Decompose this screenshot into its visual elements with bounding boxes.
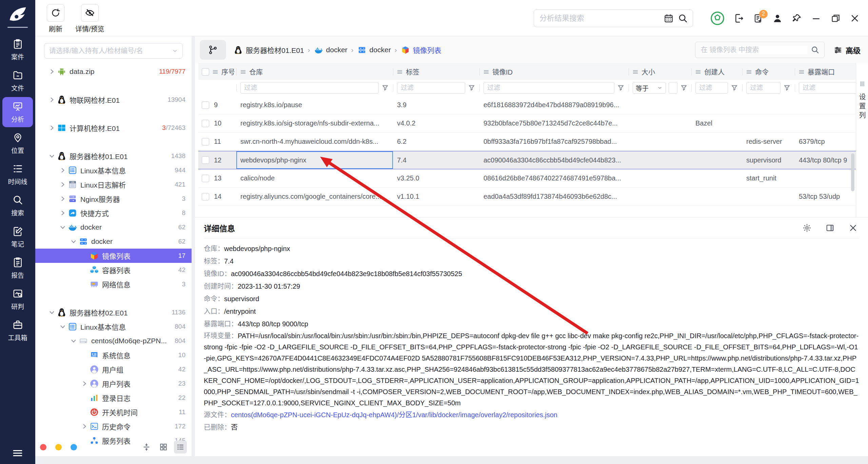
collapse-all-button[interactable] — [140, 441, 153, 453]
sidebar-item-分析[interactable]: 分析 — [2, 97, 33, 127]
sidebar-item-研判[interactable]: 研判 — [2, 284, 33, 314]
filter-input-repo[interactable] — [240, 82, 379, 94]
tree-item-centos(dMo6qe-pZPN...[interactable]: centos(dMo6qe-pZPN...804 — [35, 334, 192, 348]
column-header-creator[interactable]: 创建人 — [691, 64, 742, 80]
global-search-input[interactable] — [539, 14, 659, 23]
cell-repo[interactable]: registry.aliyuncs.com/google_containers/… — [236, 188, 393, 206]
column-header-command[interactable]: 命令 — [742, 64, 795, 80]
sidebar-item-案件[interactable]: 案件 — [2, 35, 33, 65]
tree-item-服务器检材02.E01[interactable]: 服务器检材02.E011136 — [35, 305, 192, 320]
hamburger-menu-icon[interactable] — [12, 447, 24, 459]
filter-input-image_id[interactable] — [484, 82, 614, 94]
minimize-icon[interactable] — [811, 13, 821, 23]
branch-view-button[interactable] — [200, 40, 226, 60]
tree-item-计算机检材.E01[interactable]: 计算机检材.E013/72463 — [35, 121, 192, 135]
select-all-checkbox[interactable] — [202, 68, 209, 76]
breadcrumb-item-docker[interactable]: docker — [314, 45, 348, 55]
tree-item-Nginx服务器[interactable]: Nginx服务器3 — [35, 192, 192, 206]
cell-repo[interactable]: registry.k8s.io/pause — [236, 96, 393, 114]
tree-item-Linux基本信息[interactable]: Linux基本信息944 — [35, 163, 192, 177]
list-view-button[interactable] — [174, 441, 187, 453]
tree-item-网络信息[interactable]: 网络信息3 — [35, 277, 192, 291]
panel-toggle-icon[interactable] — [825, 223, 835, 233]
row-checkbox[interactable] — [202, 120, 209, 127]
sidebar-item-报告[interactable]: 报告 — [2, 253, 33, 283]
detail-preview-button[interactable] — [81, 4, 99, 22]
column-settings-tab[interactable]: 设置列 — [856, 63, 868, 217]
blue-dot-filter[interactable] — [71, 444, 77, 450]
column-header-image_id[interactable]: 镜像ID — [479, 64, 629, 80]
table-row-12[interactable]: 12webdevops/php-nginx7.4ac090046a3304c86… — [198, 151, 856, 169]
table-row-11[interactable]: 11swr.cn-north-4.myhuaweicloud.com/ddn-k… — [198, 133, 856, 151]
table-row-14[interactable]: 14registry.aliyuncs.com/google_container… — [198, 188, 856, 206]
tree-item-历史命令[interactable]: 历史命令172 — [35, 419, 192, 433]
red-dot-filter[interactable] — [40, 444, 46, 450]
column-header-ports[interactable]: 暴露端口 — [795, 64, 856, 80]
breadcrumb-item-docker[interactable]: docker — [357, 45, 391, 55]
tree-item-登录日志[interactable]: 登录日志22 — [35, 391, 192, 405]
filter-input-command[interactable] — [746, 82, 781, 94]
calendar-icon[interactable] — [664, 13, 674, 23]
tree-item-开关机时间[interactable]: 开关机时间11 — [35, 405, 192, 419]
tree-item-data.zip[interactable]: data.zip119/7977 — [35, 64, 192, 79]
sidebar-item-搜索[interactable]: 搜索 — [2, 191, 33, 221]
size-operator-select[interactable]: 等于 — [633, 82, 666, 94]
tree-item-docker[interactable]: docker62 — [35, 220, 192, 234]
row-checkbox[interactable] — [202, 156, 209, 164]
size-filter-input[interactable] — [669, 82, 677, 94]
refresh-button[interactable] — [47, 4, 64, 22]
export-icon[interactable] — [734, 13, 744, 23]
chevron-down-icon[interactable] — [172, 47, 178, 54]
column-header-tag[interactable]: 标签 — [393, 64, 479, 80]
security-status-icon[interactable] — [710, 11, 725, 25]
column-header-repo[interactable]: 仓库 — [236, 64, 393, 80]
cell-repo[interactable]: swr.cn-north-4.myhuaweicloud.com/ddn-k8s… — [236, 133, 393, 151]
cell-repo[interactable]: calico/node — [236, 169, 393, 187]
sidebar-item-文件[interactable]: 文件 — [2, 66, 33, 96]
row-checkbox[interactable] — [202, 101, 209, 109]
funnel-icon[interactable] — [680, 84, 688, 92]
tree-item-物联网检材.E01[interactable]: 物联网检材.E0113904 — [35, 93, 192, 107]
tree-filter-input[interactable] — [48, 47, 170, 55]
grid-view-button[interactable] — [157, 441, 170, 453]
advanced-search-button[interactable]: 高级 — [833, 44, 861, 55]
restore-window-icon[interactable] — [830, 13, 841, 23]
sidebar-item-时间线[interactable]: 时间线 — [2, 159, 33, 190]
tree-item-Linux日志解析[interactable]: LOGLinux日志解析421 — [35, 177, 192, 192]
tree-item-系统信息[interactable]: 系统信息10 — [35, 348, 192, 362]
row-checkbox[interactable] — [202, 175, 209, 182]
pin-icon[interactable] — [792, 13, 802, 23]
close-icon[interactable] — [850, 13, 860, 23]
funnel-icon[interactable] — [731, 84, 738, 92]
tree-item-用户组[interactable]: 用户组42 — [35, 362, 192, 376]
source-file-link[interactable]: centos(dMo6qe-pZPN-ucei-iGCN-EpUz-dqJq-e… — [231, 411, 557, 419]
sidebar-item-笔记[interactable]: 笔记 — [2, 222, 33, 252]
tree-item-用户列表[interactable]: 用户列表23 — [35, 376, 192, 391]
cell-repo[interactable]: registry.k8s.io/sig-storage/nfs-subdir-e… — [236, 114, 393, 132]
drag-grip-icon[interactable] — [858, 80, 866, 88]
tree-item-服务器检材01.E01[interactable]: 服务器检材01.E011438 — [35, 149, 192, 163]
table-row-10[interactable]: 10registry.k8s.io/sig-storage/nfs-subdir… — [198, 114, 856, 133]
tree-item-镜像列表[interactable]: 镜像列表17 — [35, 249, 192, 263]
sidebar-item-工具箱[interactable]: 工具箱 — [2, 315, 33, 346]
funnel-icon[interactable] — [381, 84, 389, 92]
user-icon[interactable] — [772, 13, 783, 23]
search-icon[interactable] — [811, 45, 820, 54]
sidebar-item-位置[interactable]: 位置 — [2, 128, 33, 158]
breadcrumb-item-镜像列表[interactable]: 镜像列表 — [401, 45, 441, 55]
table-search-input[interactable] — [700, 46, 807, 54]
tree-item-Linux基本信息[interactable]: Linux基本信息804 — [35, 320, 192, 334]
funnel-icon[interactable] — [783, 84, 791, 92]
tree-item-快捷方式[interactable]: 快捷方式8 — [35, 206, 192, 220]
tree-item-docker[interactable]: docker62 — [35, 234, 192, 249]
row-checkbox[interactable] — [202, 193, 209, 200]
column-header-index[interactable]: 序号 — [198, 64, 236, 80]
funnel-icon[interactable] — [468, 84, 475, 92]
filter-input-tag[interactable] — [397, 82, 465, 94]
task-list-icon[interactable]: 2 — [753, 13, 763, 23]
table-row-13[interactable]: 13calico/nodev3.25.008616d26b8e748674022… — [198, 169, 856, 188]
table-row-9[interactable]: 9registry.k8s.io/pause3.9e6f1816883972d4… — [198, 96, 856, 114]
search-icon[interactable] — [678, 13, 688, 23]
close-icon[interactable] — [848, 223, 858, 233]
vertical-scrollbar-thumb[interactable] — [851, 153, 854, 191]
